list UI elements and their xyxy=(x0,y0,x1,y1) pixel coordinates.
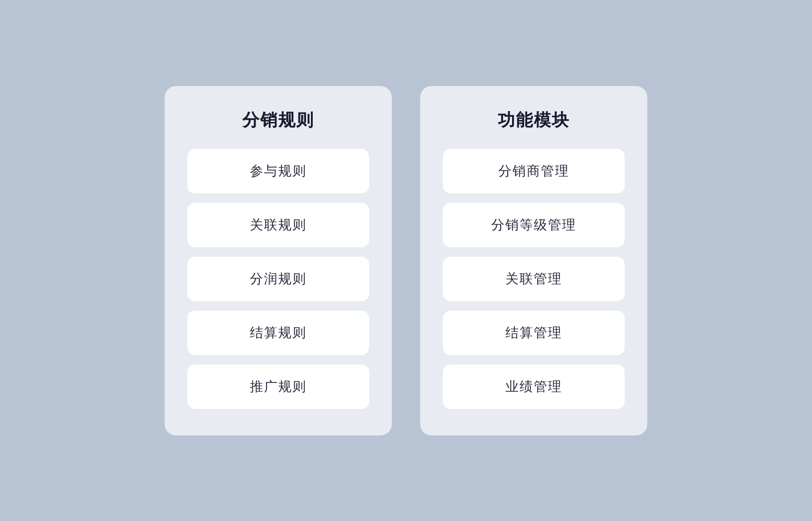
list-item[interactable]: 结算管理 xyxy=(443,311,625,355)
list-item[interactable]: 推广规则 xyxy=(187,365,369,409)
list-item[interactable]: 业绩管理 xyxy=(443,365,625,409)
left-card: 分销规则 参与规则 关联规则 分润规则 结算规则 推广规则 xyxy=(165,86,392,435)
page-container: 分销规则 参与规则 关联规则 分润规则 结算规则 推广规则 功能模块 分销商管理… xyxy=(165,86,647,435)
left-card-title: 分销规则 xyxy=(242,109,314,132)
list-item[interactable]: 关联规则 xyxy=(187,203,369,247)
right-items-list: 分销商管理 分销等级管理 关联管理 结算管理 业绩管理 xyxy=(443,149,625,409)
list-item[interactable]: 分销商管理 xyxy=(443,149,625,193)
list-item[interactable]: 结算规则 xyxy=(187,311,369,355)
list-item[interactable]: 分润规则 xyxy=(187,257,369,301)
left-items-list: 参与规则 关联规则 分润规则 结算规则 推广规则 xyxy=(187,149,369,409)
list-item[interactable]: 分销等级管理 xyxy=(443,203,625,247)
list-item[interactable]: 参与规则 xyxy=(187,149,369,193)
right-card-title: 功能模块 xyxy=(498,109,570,132)
list-item[interactable]: 关联管理 xyxy=(443,257,625,301)
right-card: 功能模块 分销商管理 分销等级管理 关联管理 结算管理 业绩管理 xyxy=(420,86,647,435)
